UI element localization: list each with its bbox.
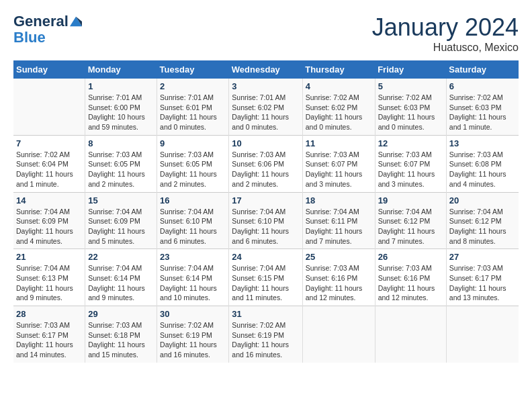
calendar-cell: 15Sunrise: 7:04 AMSunset: 6:09 PMDayligh…: [85, 192, 157, 249]
calendar-table: SundayMondayTuesdayWednesdayThursdayFrid…: [13, 60, 519, 363]
day-info: Sunrise: 7:04 AMSunset: 6:09 PMDaylight:…: [88, 207, 154, 246]
month-title: January 2024: [372, 13, 519, 42]
calendar-cell: 19Sunrise: 7:04 AMSunset: 6:12 PMDayligh…: [375, 192, 446, 249]
calendar-cell: 23Sunrise: 7:04 AMSunset: 6:14 PMDayligh…: [157, 249, 229, 306]
day-info: Sunrise: 7:04 AMSunset: 6:12 PMDaylight:…: [449, 207, 516, 246]
weekday-header-saturday: Saturday: [446, 60, 519, 79]
page-header: General Blue January 2024 Huatusco, Mexi…: [13, 13, 519, 54]
day-info: Sunrise: 7:04 AMSunset: 6:14 PMDaylight:…: [160, 263, 226, 303]
day-number: 24: [232, 252, 299, 262]
day-info: Sunrise: 7:04 AMSunset: 6:14 PMDaylight:…: [88, 263, 154, 303]
day-number: 18: [306, 195, 372, 205]
calendar-cell: 26Sunrise: 7:03 AMSunset: 6:16 PMDayligh…: [375, 249, 446, 306]
weekday-header-monday: Monday: [85, 60, 157, 79]
calendar-week-4: 21Sunrise: 7:04 AMSunset: 6:13 PMDayligh…: [13, 249, 519, 306]
calendar-cell: 13Sunrise: 7:03 AMSunset: 6:08 PMDayligh…: [446, 135, 519, 192]
day-info: Sunrise: 7:03 AMSunset: 6:17 PMDaylight:…: [16, 320, 82, 360]
calendar-cell: 8Sunrise: 7:03 AMSunset: 6:05 PMDaylight…: [85, 135, 157, 192]
day-number: 3: [232, 81, 299, 91]
calendar-cell: 14Sunrise: 7:04 AMSunset: 6:09 PMDayligh…: [13, 192, 85, 249]
calendar-cell: 11Sunrise: 7:03 AMSunset: 6:07 PMDayligh…: [302, 135, 375, 192]
day-info: Sunrise: 7:02 AMSunset: 6:03 PMDaylight:…: [378, 93, 443, 132]
day-info: Sunrise: 7:01 AMSunset: 6:01 PMDaylight:…: [160, 93, 226, 132]
day-number: 2: [160, 81, 226, 91]
calendar-cell: 5Sunrise: 7:02 AMSunset: 6:03 PMDaylight…: [375, 79, 446, 135]
calendar-cell: 20Sunrise: 7:04 AMSunset: 6:12 PMDayligh…: [446, 192, 519, 249]
day-info: Sunrise: 7:03 AMSunset: 6:08 PMDaylight:…: [449, 150, 516, 189]
day-number: 26: [378, 252, 443, 262]
calendar-cell: 12Sunrise: 7:03 AMSunset: 6:07 PMDayligh…: [375, 135, 446, 192]
calendar-cell: 29Sunrise: 7:03 AMSunset: 6:18 PMDayligh…: [85, 306, 157, 363]
calendar-week-5: 28Sunrise: 7:03 AMSunset: 6:17 PMDayligh…: [13, 306, 519, 363]
day-number: 19: [378, 195, 443, 205]
logo-icon: [70, 15, 82, 28]
day-number: 12: [378, 138, 443, 148]
calendar-cell: 28Sunrise: 7:03 AMSunset: 6:17 PMDayligh…: [13, 306, 85, 363]
calendar-cell: 4Sunrise: 7:02 AMSunset: 6:02 PMDaylight…: [302, 79, 375, 135]
calendar-cell: [13, 79, 85, 135]
day-info: Sunrise: 7:03 AMSunset: 6:07 PMDaylight:…: [306, 150, 372, 189]
day-number: 30: [160, 309, 226, 319]
calendar-cell: 24Sunrise: 7:04 AMSunset: 6:15 PMDayligh…: [229, 249, 302, 306]
day-number: 13: [449, 138, 516, 148]
day-info: Sunrise: 7:01 AMSunset: 6:00 PMDaylight:…: [88, 93, 154, 132]
day-info: Sunrise: 7:04 AMSunset: 6:15 PMDaylight:…: [232, 263, 299, 303]
calendar-cell: 2Sunrise: 7:01 AMSunset: 6:01 PMDaylight…: [157, 79, 229, 135]
weekday-header-thursday: Thursday: [302, 60, 375, 79]
day-info: Sunrise: 7:03 AMSunset: 6:07 PMDaylight:…: [378, 150, 443, 189]
day-number: 9: [160, 138, 226, 148]
weekday-header-sunday: Sunday: [13, 60, 85, 79]
day-number: 25: [306, 252, 372, 262]
calendar-cell: 9Sunrise: 7:03 AMSunset: 6:05 PMDaylight…: [157, 135, 229, 192]
day-info: Sunrise: 7:03 AMSunset: 6:06 PMDaylight:…: [232, 150, 299, 189]
day-number: 6: [449, 81, 516, 91]
day-number: 23: [160, 252, 226, 262]
calendar-cell: 17Sunrise: 7:04 AMSunset: 6:10 PMDayligh…: [229, 192, 302, 249]
day-info: Sunrise: 7:03 AMSunset: 6:05 PMDaylight:…: [160, 150, 226, 189]
calendar-cell: [375, 306, 446, 363]
calendar-week-3: 14Sunrise: 7:04 AMSunset: 6:09 PMDayligh…: [13, 192, 519, 249]
day-number: 10: [232, 138, 299, 148]
day-info: Sunrise: 7:04 AMSunset: 6:13 PMDaylight:…: [16, 263, 82, 303]
calendar-cell: 16Sunrise: 7:04 AMSunset: 6:10 PMDayligh…: [157, 192, 229, 249]
calendar-cell: 25Sunrise: 7:03 AMSunset: 6:16 PMDayligh…: [302, 249, 375, 306]
calendar-cell: 3Sunrise: 7:01 AMSunset: 6:02 PMDaylight…: [229, 79, 302, 135]
day-info: Sunrise: 7:03 AMSunset: 6:05 PMDaylight:…: [88, 150, 154, 189]
calendar-week-2: 7Sunrise: 7:02 AMSunset: 6:04 PMDaylight…: [13, 135, 519, 192]
calendar-cell: 27Sunrise: 7:03 AMSunset: 6:17 PMDayligh…: [446, 249, 519, 306]
day-info: Sunrise: 7:01 AMSunset: 6:02 PMDaylight:…: [232, 93, 299, 132]
day-info: Sunrise: 7:03 AMSunset: 6:16 PMDaylight:…: [378, 263, 443, 303]
calendar-cell: 31Sunrise: 7:02 AMSunset: 6:19 PMDayligh…: [229, 306, 302, 363]
day-number: 11: [306, 138, 372, 148]
weekday-header-friday: Friday: [375, 60, 446, 79]
logo: General Blue: [13, 13, 82, 46]
calendar-cell: 1Sunrise: 7:01 AMSunset: 6:00 PMDaylight…: [85, 79, 157, 135]
day-number: 7: [16, 138, 82, 148]
day-number: 4: [306, 81, 372, 91]
day-number: 20: [449, 195, 516, 205]
title-block: January 2024 Huatusco, Mexico: [372, 13, 519, 54]
calendar-cell: 7Sunrise: 7:02 AMSunset: 6:04 PMDaylight…: [13, 135, 85, 192]
calendar-cell: 30Sunrise: 7:02 AMSunset: 6:19 PMDayligh…: [157, 306, 229, 363]
day-number: 16: [160, 195, 226, 205]
calendar-header-row: SundayMondayTuesdayWednesdayThursdayFrid…: [13, 60, 519, 79]
day-number: 21: [16, 252, 82, 262]
day-number: 29: [88, 309, 154, 319]
calendar-cell: 18Sunrise: 7:04 AMSunset: 6:11 PMDayligh…: [302, 192, 375, 249]
weekday-header-wednesday: Wednesday: [229, 60, 302, 79]
day-info: Sunrise: 7:02 AMSunset: 6:04 PMDaylight:…: [16, 150, 82, 189]
day-info: Sunrise: 7:03 AMSunset: 6:17 PMDaylight:…: [449, 263, 516, 303]
calendar-cell: 6Sunrise: 7:02 AMSunset: 6:03 PMDaylight…: [446, 79, 519, 135]
day-info: Sunrise: 7:03 AMSunset: 6:18 PMDaylight:…: [88, 320, 154, 360]
day-info: Sunrise: 7:04 AMSunset: 6:09 PMDaylight:…: [16, 207, 82, 246]
day-info: Sunrise: 7:02 AMSunset: 6:03 PMDaylight:…: [449, 93, 516, 132]
logo-general: General: [13, 13, 69, 30]
location-title: Huatusco, Mexico: [372, 42, 519, 54]
day-info: Sunrise: 7:04 AMSunset: 6:10 PMDaylight:…: [232, 207, 299, 246]
day-number: 1: [88, 81, 154, 91]
day-info: Sunrise: 7:04 AMSunset: 6:11 PMDaylight:…: [306, 207, 372, 246]
day-number: 14: [16, 195, 82, 205]
day-number: 22: [88, 252, 154, 262]
day-number: 27: [449, 252, 516, 262]
calendar-cell: [302, 306, 375, 363]
